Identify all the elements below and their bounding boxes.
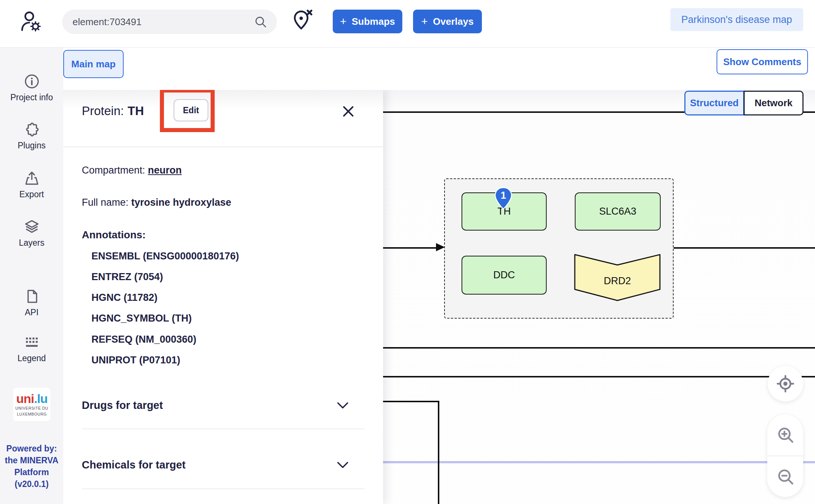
panel-title-prefix: Protein:	[82, 104, 124, 118]
section-divider	[82, 429, 365, 429]
layers-icon	[24, 219, 40, 235]
edit-button[interactable]: Edit	[174, 99, 208, 121]
zoom-out-icon	[776, 467, 795, 486]
map-reaction-line	[383, 247, 437, 249]
annotation-item: UNIPROT (P07101)	[91, 355, 180, 366]
unilu-caption: LUXEMBOURG	[17, 412, 47, 417]
sidebar-item-plugins[interactable]: Plugins	[0, 121, 63, 151]
map-canvas[interactable]: TH SLC6A3 DDC DRD2 1 Structured Network	[383, 90, 815, 504]
search-icon[interactable]	[254, 15, 267, 28]
section-divider	[82, 488, 365, 489]
zoom-out-button[interactable]	[767, 456, 803, 497]
zoom-in-icon	[776, 425, 795, 444]
node-label: DRD2	[574, 275, 661, 287]
map-header-row: Main map Show Comments	[63, 47, 815, 90]
search-bar	[62, 10, 277, 34]
powered-by-link[interactable]: Powered by: the MINERVA Platform (v20.0.…	[0, 443, 63, 490]
unilu-logo-text: uni.lu	[16, 392, 48, 405]
compartment-row: Compartment: neuron	[82, 165, 182, 176]
user-settings-icon[interactable]	[19, 10, 42, 33]
annotations-header: Annotations:	[82, 229, 146, 241]
top-bar: + Submaps + Overlays Parkinson's disease…	[0, 0, 815, 48]
map-edge-line	[383, 376, 815, 377]
info-icon	[24, 73, 40, 90]
annotation-item: HGNC_SYMBOL (TH)	[91, 313, 192, 324]
sidebar-item-legend[interactable]: Legend	[0, 334, 63, 363]
annotation-item: ENTREZ (7054)	[91, 271, 163, 283]
sidebar-item-project-info[interactable]: Project info	[0, 73, 63, 103]
plus-icon: +	[340, 16, 347, 27]
chevron-down-icon[interactable]	[337, 402, 349, 409]
close-icon[interactable]	[342, 105, 355, 118]
search-result-marker[interactable]: 1	[494, 187, 513, 210]
node-ddc[interactable]: DDC	[462, 256, 547, 295]
annotation-item: REFSEQ (NM_000360)	[91, 334, 197, 345]
search-input[interactable]	[72, 16, 254, 28]
unilu-caption: UNIVERSITÉ DU	[16, 406, 48, 411]
minerva-app: + Submaps + Overlays Parkinson's disease…	[0, 0, 815, 504]
sidebar-item-export[interactable]: Export	[0, 170, 63, 199]
map-compartment-edge	[383, 401, 439, 402]
sidebar-label: Project info	[0, 93, 63, 103]
project-name-link[interactable]: Parkinson's disease map	[670, 8, 803, 31]
overlays-label: Overlays	[433, 16, 474, 27]
chevron-down-icon[interactable]	[337, 461, 349, 469]
sidebar-label: Layers	[0, 238, 63, 248]
overlays-button[interactable]: + Overlays	[413, 10, 482, 33]
sidebar-label: Legend	[0, 353, 63, 363]
node-slc6a3[interactable]: SLC6A3	[575, 192, 661, 231]
export-icon	[24, 170, 40, 187]
submaps-label: Submaps	[352, 16, 395, 27]
node-drd2[interactable]: DRD2	[574, 254, 661, 301]
puzzle-icon	[24, 121, 40, 138]
recenter-button[interactable]	[768, 366, 803, 401]
tab-main-map[interactable]: Main map	[63, 50, 124, 78]
clear-pin-icon[interactable]	[291, 9, 313, 33]
sidebar-label: API	[0, 308, 63, 317]
view-mode-toggle: Structured Network	[684, 91, 804, 115]
panel-header-divider	[63, 147, 383, 147]
sidebar-item-api[interactable]: API	[0, 288, 63, 317]
submaps-button[interactable]: + Submaps	[333, 10, 402, 33]
sidebar-label: Plugins	[0, 141, 63, 151]
sidebar-label: Export	[0, 189, 63, 199]
drugs-for-target-section[interactable]: Drugs for target	[82, 399, 365, 411]
toggle-structured[interactable]: Structured	[684, 91, 744, 115]
panel-title: Protein:TH	[82, 104, 144, 118]
element-info-panel: Protein:TH Edit Compartment: neuron Full…	[63, 90, 383, 504]
zoom-in-button[interactable]	[767, 414, 803, 456]
file-icon	[24, 288, 40, 305]
sidebar: Project info Plugins Export Layers	[0, 47, 63, 504]
map-overlay-line	[383, 461, 815, 463]
legend-icon	[24, 334, 40, 350]
map-reaction-arrowhead	[436, 243, 445, 251]
annotation-item: ENSEMBL (ENSG00000180176)	[91, 251, 239, 262]
show-comments-button[interactable]: Show Comments	[717, 49, 808, 74]
plus-icon: +	[421, 16, 428, 27]
sidebar-item-layers[interactable]: Layers	[0, 219, 63, 248]
crosshair-icon	[776, 374, 795, 393]
fullname-row: Full name: tyrosine hydroxylase	[82, 197, 231, 208]
annotation-item: HGNC (11782)	[91, 292, 158, 303]
compartment-link[interactable]: neuron	[148, 165, 182, 176]
node-label: SLC6A3	[599, 206, 637, 217]
marker-number: 1	[500, 190, 506, 201]
map-edge-line	[383, 347, 815, 349]
map-reaction-line	[674, 247, 815, 249]
zoom-controls	[767, 414, 803, 497]
fullname-value: tyrosine hydroxylase	[131, 197, 231, 208]
toggle-network[interactable]: Network	[744, 91, 804, 115]
node-label: DDC	[493, 269, 515, 281]
chemicals-for-target-section[interactable]: Chemicals for target	[82, 459, 365, 471]
panel-title-name: TH	[128, 104, 144, 118]
map-compartment-edge	[438, 401, 439, 504]
unilu-logo[interactable]: uni.lu UNIVERSITÉ DU LUXEMBOURG	[13, 388, 50, 421]
edit-highlight-rectangle: Edit	[160, 88, 215, 132]
